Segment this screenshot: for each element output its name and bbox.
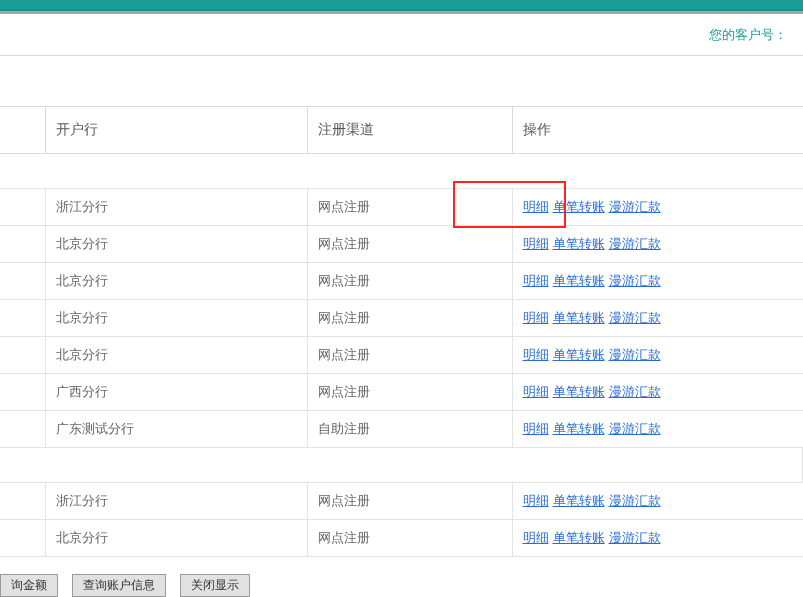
bank-cell: 北京分行 [45,520,307,557]
bank-cell: 广东测试分行 [45,411,307,448]
top-teal-bar [0,0,803,14]
header-gap [0,154,803,189]
channel-cell: 网点注册 [307,374,512,411]
actions-cell: 明细单笔转账漫游汇款 [512,189,803,226]
bank-cell: 浙江分行 [45,189,307,226]
channel-cell: 网点注册 [307,483,512,520]
table-row: 北京分行网点注册明细单笔转账漫游汇款 [0,263,803,300]
actions-cell: 明细单笔转账漫游汇款 [512,300,803,337]
channel-cell: 网点注册 [307,520,512,557]
table-row: 北京分行网点注册明细单笔转账漫游汇款 [0,520,803,557]
table-row: 浙江分行网点注册明细单笔转账漫游汇款 [0,189,803,226]
channel-cell: 网点注册 [307,226,512,263]
bank-cell: 北京分行 [45,337,307,374]
channel-cell: 自助注册 [307,411,512,448]
group-separator [0,448,803,483]
table-row: 北京分行网点注册明细单笔转账漫游汇款 [0,300,803,337]
remit-link[interactable]: 漫游汇款 [609,421,661,436]
remit-link[interactable]: 漫游汇款 [609,310,661,325]
actions-cell: 明细单笔转账漫游汇款 [512,226,803,263]
channel-cell: 网点注册 [307,300,512,337]
channel-cell: 网点注册 [307,263,512,300]
actions-cell: 明细单笔转账漫游汇款 [512,520,803,557]
transfer-link[interactable]: 单笔转账 [553,273,605,288]
actions-cell: 明细单笔转账漫游汇款 [512,411,803,448]
actions-cell: 明细单笔转账漫游汇款 [512,374,803,411]
transfer-link[interactable]: 单笔转账 [553,347,605,362]
lead-cell [0,189,45,226]
detail-link[interactable]: 明细 [523,347,549,362]
button-bar: 询金额 查询账户信息 关闭显示 [0,571,250,597]
detail-link[interactable]: 明细 [523,493,549,508]
account-table: 开户行 注册渠道 操作 浙江分行网点注册明细单笔转账漫游汇款北京分行网点注册明细… [0,106,803,557]
detail-link[interactable]: 明细 [523,199,549,214]
col-channel: 注册渠道 [307,107,512,154]
table-header-row: 开户行 注册渠道 操作 [0,107,803,154]
remit-link[interactable]: 漫游汇款 [609,236,661,251]
lead-cell [0,520,45,557]
remit-link[interactable]: 漫游汇款 [609,384,661,399]
remit-link[interactable]: 漫游汇款 [609,347,661,362]
lead-cell [0,337,45,374]
channel-cell: 网点注册 [307,337,512,374]
remit-link[interactable]: 漫游汇款 [609,199,661,214]
col-bank: 开户行 [45,107,307,154]
lead-cell [0,483,45,520]
detail-link[interactable]: 明细 [523,530,549,545]
customer-number-label: 您的客户号： [709,26,787,44]
remit-link[interactable]: 漫游汇款 [609,530,661,545]
spacer [0,56,803,106]
transfer-link[interactable]: 单笔转账 [553,493,605,508]
remit-link[interactable]: 漫游汇款 [609,273,661,288]
table-row: 浙江分行网点注册明细单笔转账漫游汇款 [0,483,803,520]
lead-cell [0,411,45,448]
lead-cell [0,300,45,337]
transfer-link[interactable]: 单笔转账 [553,384,605,399]
table-row: 广东测试分行自助注册明细单笔转账漫游汇款 [0,411,803,448]
transfer-link[interactable]: 单笔转账 [553,310,605,325]
bank-cell: 广西分行 [45,374,307,411]
detail-link[interactable]: 明细 [523,273,549,288]
customer-number-row: 您的客户号： [0,14,803,56]
close-display-button[interactable]: 关闭显示 [180,574,250,597]
table-row: 广西分行网点注册明细单笔转账漫游汇款 [0,374,803,411]
bank-cell: 浙江分行 [45,483,307,520]
actions-cell: 明细单笔转账漫游汇款 [512,263,803,300]
table-row: 北京分行网点注册明细单笔转账漫游汇款 [0,226,803,263]
actions-cell: 明细单笔转账漫游汇款 [512,337,803,374]
bank-cell: 北京分行 [45,263,307,300]
transfer-link[interactable]: 单笔转账 [553,530,605,545]
detail-link[interactable]: 明细 [523,384,549,399]
actions-cell: 明细单笔转账漫游汇款 [512,483,803,520]
detail-link[interactable]: 明细 [523,236,549,251]
channel-cell: 网点注册 [307,189,512,226]
transfer-link[interactable]: 单笔转账 [553,236,605,251]
transfer-link[interactable]: 单笔转账 [553,199,605,214]
col-actions: 操作 [512,107,803,154]
remit-link[interactable]: 漫游汇款 [609,493,661,508]
bank-cell: 北京分行 [45,226,307,263]
detail-link[interactable]: 明细 [523,421,549,436]
lead-cell [0,263,45,300]
query-balance-button[interactable]: 询金额 [0,574,58,597]
lead-cell [0,374,45,411]
col-lead [0,107,45,154]
query-account-info-button[interactable]: 查询账户信息 [72,574,166,597]
lead-cell [0,226,45,263]
table-row: 北京分行网点注册明细单笔转账漫游汇款 [0,337,803,374]
transfer-link[interactable]: 单笔转账 [553,421,605,436]
bank-cell: 北京分行 [45,300,307,337]
detail-link[interactable]: 明细 [523,310,549,325]
